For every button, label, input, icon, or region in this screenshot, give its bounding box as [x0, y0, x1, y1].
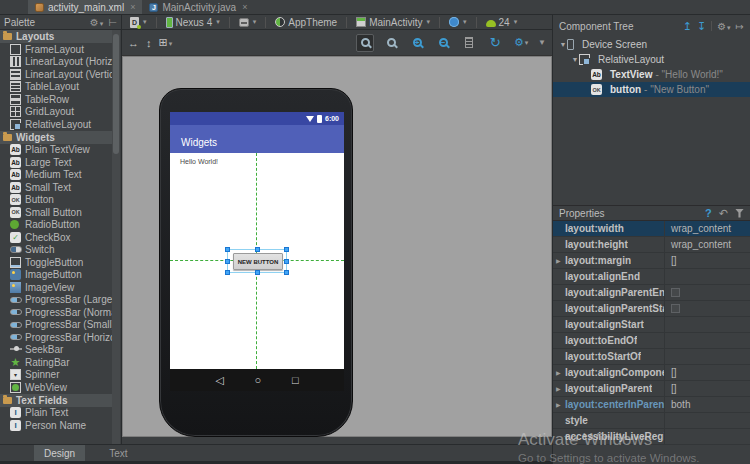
palette-item-progressbar-normal[interactable]: ProgressBar (Normal)	[0, 306, 112, 319]
palette-item-person-name[interactable]: Person Name	[0, 419, 112, 432]
palette-item-imageview[interactable]: ImageView	[0, 281, 112, 294]
property-row-layout-tostartof[interactable]: layout:toStartOf	[553, 349, 750, 365]
center-vertical-icon[interactable]: ↕	[146, 37, 152, 49]
property-value-cell[interactable]: both	[665, 397, 750, 412]
property-row-layout-alignparentend[interactable]: layout:alignParentEnd	[553, 285, 750, 301]
resize-handle-n[interactable]	[255, 247, 260, 252]
palette-item-radiobutton[interactable]: RadioButton	[0, 219, 112, 232]
expand-arrow-icon[interactable]: ▶	[556, 401, 565, 408]
tree-node-textview[interactable]: TextView- "Hello World!"	[553, 67, 750, 82]
palette-item-spinner[interactable]: Spinner	[0, 369, 112, 382]
property-row-layout-aligncomponent[interactable]: ▶layout:alignComponent[]	[553, 365, 750, 381]
zoom-actual-size-button[interactable]	[382, 34, 400, 52]
palette-item-medium-text[interactable]: Medium Text	[0, 169, 112, 182]
resize-handle-se[interactable]	[284, 270, 289, 275]
property-row-layout-alignparent[interactable]: ▶layout:alignParent[]	[553, 381, 750, 397]
property-row-layout-height[interactable]: layout:heightwrap_content	[553, 237, 750, 253]
resize-handle-e[interactable]	[284, 259, 289, 264]
resize-handle-ne[interactable]	[284, 247, 289, 252]
refresh-button[interactable]: ↻	[486, 34, 504, 52]
expander-icon[interactable]: ▼	[559, 41, 567, 48]
expander-icon[interactable]: ▼	[571, 56, 579, 63]
palette-item-plain-text[interactable]: Plain Text	[0, 407, 112, 420]
palette-item-plain-textview[interactable]: Plain TextView	[0, 144, 112, 157]
property-row-style[interactable]: style	[553, 413, 750, 429]
device-selector[interactable]: Nexus 4▾	[164, 17, 222, 28]
hide-panel-icon[interactable]: ↦	[736, 21, 744, 32]
palette-item-webview[interactable]: WebView	[0, 381, 112, 394]
editor-mode-tab-design[interactable]: Design	[34, 445, 85, 461]
palette-item-progressbar-horizontal[interactable]: ProgressBar (Horizontal)	[0, 331, 112, 344]
property-value-cell[interactable]	[665, 317, 750, 332]
palette-item-relativelayout[interactable]: RelativeLayout	[0, 118, 112, 131]
collapse-panel-icon[interactable]: ▼	[538, 38, 546, 47]
property-row-accessibilityliveregion[interactable]: accessibilityLiveRegion	[553, 429, 750, 445]
palette-item-tablerow[interactable]: TableRow	[0, 93, 112, 106]
property-row-layout-alignstart[interactable]: layout:alignStart	[553, 317, 750, 333]
property-value-cell[interactable]: wrap_content	[665, 237, 750, 252]
palette-item-small-button[interactable]: Small Button	[0, 206, 112, 219]
property-value-cell[interactable]: wrap_content	[665, 221, 750, 236]
layout-variants-button[interactable]	[460, 34, 478, 52]
resize-handle-w[interactable]	[225, 259, 230, 264]
property-value-cell[interactable]	[665, 333, 750, 348]
palette-item-framelayout[interactable]: FrameLayout	[0, 43, 112, 56]
palette-item-tablelayout[interactable]: TableLayout	[0, 81, 112, 94]
close-icon[interactable]: ×	[242, 2, 247, 12]
render-options-button[interactable]: ⚙▾	[512, 34, 530, 52]
palette-item-small-text[interactable]: Small Text	[0, 181, 112, 194]
palette-item-button[interactable]: Button	[0, 194, 112, 207]
palette-item-seekbar[interactable]: SeekBar	[0, 344, 112, 357]
new-button-widget[interactable]: NEW BUTTON	[233, 253, 283, 270]
textview-hello-world[interactable]: Hello World!	[180, 158, 218, 165]
palette-item-gridlayout[interactable]: GridLayout	[0, 106, 112, 119]
zoom-fit-button[interactable]	[356, 34, 374, 52]
property-row-layout-alignend[interactable]: layout:alignEnd	[553, 269, 750, 285]
zoom-out-button[interactable]: −	[434, 34, 452, 52]
property-row-layout-alignparentstart[interactable]: layout:alignParentStart	[553, 301, 750, 317]
palette-scrollbar[interactable]	[112, 30, 120, 444]
property-value-cell[interactable]	[665, 285, 750, 300]
design-variant-button[interactable]: D▾	[128, 17, 149, 28]
collapse-all-icon[interactable]: ↧	[697, 21, 706, 32]
orientation-selector[interactable]: ▾	[237, 18, 259, 27]
palette-section-widgets[interactable]: Widgets	[0, 131, 112, 144]
property-row-layout-toendof[interactable]: layout:toEndOf	[553, 333, 750, 349]
tree-node-device-screen[interactable]: ▼Device Screen	[553, 37, 750, 52]
palette-item-progressbar-large[interactable]: ProgressBar (Large)	[0, 294, 112, 307]
restore-defaults-icon[interactable]: ↶	[719, 207, 728, 220]
snap-grid-icon[interactable]: ⊞▾	[159, 36, 173, 49]
palette-item-linearlayout-vertical[interactable]: LinearLayout (Vertical)	[0, 68, 112, 81]
expand-arrow-icon[interactable]: ▶	[556, 257, 565, 264]
property-value-cell[interactable]	[665, 429, 750, 444]
property-row-layout-margin[interactable]: ▶layout:margin[]	[553, 253, 750, 269]
palette-item-checkbox[interactable]: CheckBox	[0, 231, 112, 244]
property-value-cell[interactable]: []	[665, 365, 750, 380]
property-value-cell[interactable]	[665, 301, 750, 316]
close-icon[interactable]: ×	[130, 2, 135, 12]
resize-handle-sw[interactable]	[225, 270, 230, 275]
property-value-cell[interactable]: []	[665, 253, 750, 268]
tree-settings-gear-icon[interactable]: ⚙▾	[717, 21, 730, 32]
locale-selector[interactable]: ▾	[447, 17, 469, 27]
activity-selector[interactable]: MainActivity▾	[354, 17, 432, 28]
palette-item-togglebutton[interactable]: ToggleButton	[0, 256, 112, 269]
palette-item-progressbar-small[interactable]: ProgressBar (Small)	[0, 319, 112, 332]
palette-item-switch[interactable]: Switch	[0, 244, 112, 257]
palette-section-layouts[interactable]: Layouts	[0, 30, 112, 43]
property-row-layout-centerinparent[interactable]: ▶layout:centerInParentboth	[553, 397, 750, 413]
editor-mode-tab-text[interactable]: Text	[99, 445, 137, 461]
layout-content[interactable]: Hello World! NEW BUTTON	[170, 153, 344, 369]
zoom-in-button[interactable]: +	[408, 34, 426, 52]
tab-activity-main-xml[interactable]: activity_main.xml ×	[28, 0, 142, 14]
filter-icon[interactable]	[735, 209, 744, 218]
tab-mainactivity-java[interactable]: J MainActivity.java ×	[142, 0, 254, 14]
expand-arrow-icon[interactable]: ▶	[556, 385, 565, 392]
resize-handle-nw[interactable]	[225, 247, 230, 252]
palette-settings-gear-icon[interactable]: ⚙▾	[90, 17, 103, 28]
palette-item-ratingbar[interactable]: RatingBar	[0, 356, 112, 369]
tree-node-button[interactable]: button- "New Button"	[553, 82, 750, 97]
checkbox[interactable]	[671, 304, 680, 313]
theme-selector[interactable]: AppTheme	[273, 17, 339, 28]
palette-section-text-fields[interactable]: Text Fields	[0, 394, 112, 407]
